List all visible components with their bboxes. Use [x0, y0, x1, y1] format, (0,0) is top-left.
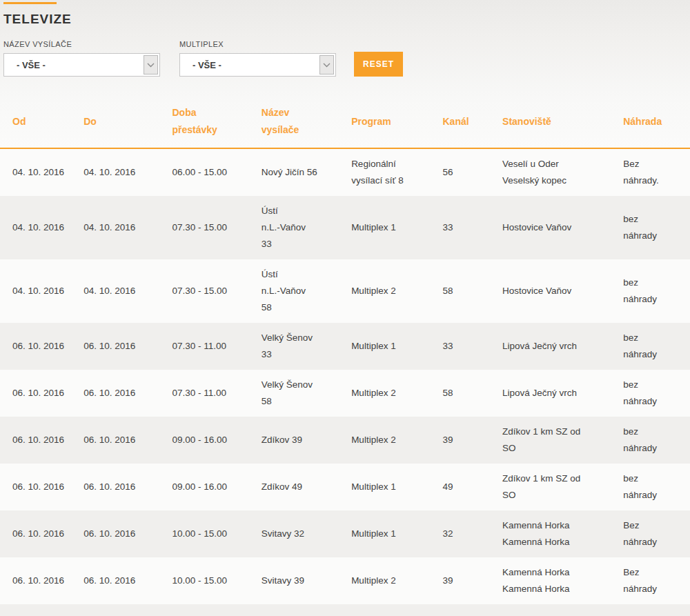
cell-do: 06. 10. 2016: [83, 604, 172, 616]
column-header-stanoviste: Stanoviště: [502, 97, 623, 148]
cell-nazev-vysilace: Svitavy 32: [262, 510, 351, 557]
column-header-nahrada: Náhrada: [623, 97, 690, 148]
cell-program: Multiplex 1: [351, 464, 442, 510]
column-header-program: Program: [351, 97, 442, 148]
cell-do: 06. 10. 2016: [83, 323, 172, 370]
cell-nazev-vysilace: Svitavy 60: [262, 604, 351, 616]
cell-do: 06. 10. 2016: [83, 370, 172, 417]
cell-stanoviste: Zdíkov 1 km SZ od SO: [502, 464, 623, 510]
cell-od: 06. 10. 2016: [0, 464, 83, 510]
cell-od: 04. 10. 2016: [0, 148, 83, 196]
cell-nahrada: Bez náhrady: [623, 557, 690, 604]
cell-doba-prestavky: 09.00 - 16.00: [172, 464, 261, 510]
cell-stanoviste: Zdíkov 1 km SZ od SO: [502, 417, 623, 464]
cell-program: Multiplex 1: [351, 323, 442, 370]
table-row: 06. 10. 201606. 10. 201609.00 - 16.00Zdí…: [0, 464, 690, 510]
cell-kanal: 56: [443, 148, 503, 196]
cell-doba-prestavky: 07.30 - 11.00: [172, 323, 261, 370]
table-body: 04. 10. 201604. 10. 201606.00 - 15.00Nov…: [0, 148, 690, 616]
chevron-down-icon[interactable]: [144, 55, 158, 74]
cell-do: 04. 10. 2016: [83, 148, 172, 196]
filter-transmitter: NÁZEV VYSÍLAČE - VŠE -: [3, 40, 160, 77]
table-row: 06. 10. 201606. 10. 201610.00 - 15.00Svi…: [0, 557, 690, 604]
cell-od: 06. 10. 2016: [0, 417, 83, 464]
cell-program: Regionální vysílací síť 8: [351, 148, 442, 196]
table-row: 04. 10. 201604. 10. 201606.00 - 15.00Nov…: [0, 148, 690, 196]
cell-program: Multiplex 2: [351, 417, 442, 464]
table-header-row: OdDoDoba přestávkyNázev vysílačeProgramK…: [0, 97, 690, 148]
cell-od: 06. 10. 2016: [0, 323, 83, 370]
cell-nazev-vysilace: Velký Šenov 58: [262, 370, 351, 417]
cell-nazev-vysilace: Ústí n.L.-Vaňov 33: [262, 196, 351, 259]
cell-od: 04. 10. 2016: [0, 196, 83, 259]
cell-stanoviste: Lipová Ječný vrch: [502, 323, 623, 370]
cell-program: Multiplex 2: [351, 259, 442, 323]
cell-nazev-vysilace: Velký Šenov 33: [262, 323, 351, 370]
table-row: 06. 10. 201606. 10. 201607.30 - 11.00Vel…: [0, 323, 690, 370]
cell-nahrada: Bez náhrady.: [623, 148, 690, 196]
transmitter-filter-label: NÁZEV VYSÍLAČE: [3, 40, 160, 48]
cell-kanal: 58: [443, 259, 503, 323]
cell-nahrada: bez náhrady: [623, 259, 690, 323]
cell-od: 06. 10. 2016: [0, 510, 83, 557]
multiplex-select[interactable]: - VŠE -: [179, 53, 336, 77]
cell-do: 06. 10. 2016: [83, 510, 172, 557]
transmitter-select-value: - VŠE -: [4, 60, 144, 70]
cell-doba-prestavky: 10.00 - 15.00: [172, 604, 261, 616]
cell-od: 06. 10. 2016: [0, 604, 83, 616]
column-header-do: Do: [83, 97, 172, 148]
cell-nazev-vysilace: Svitavy 39: [262, 557, 351, 604]
cell-stanoviste: Lipová Ječný vrch: [502, 370, 623, 417]
chevron-down-icon[interactable]: [319, 55, 334, 74]
cell-doba-prestavky: 07.30 - 11.00: [172, 370, 261, 417]
reset-button[interactable]: RESET: [354, 52, 403, 77]
cell-nahrada: bez náhrady: [623, 323, 690, 370]
transmitter-select[interactable]: - VŠE -: [3, 53, 160, 77]
cell-doba-prestavky: 10.00 - 15.00: [172, 510, 261, 557]
cell-program: Multiplex 3: [351, 604, 442, 616]
page: TELEVIZE NÁZEV VYSÍLAČE - VŠE - MULTIPLE…: [0, 2, 690, 616]
cell-do: 04. 10. 2016: [83, 196, 172, 259]
cell-program: Multiplex 2: [351, 370, 442, 417]
cell-nazev-vysilace: Zdíkov 49: [262, 464, 351, 510]
cell-kanal: 49: [443, 464, 503, 510]
filter-bar: NÁZEV VYSÍLAČE - VŠE - MULTIPLEX - VŠE -: [3, 40, 690, 77]
cell-nahrada: Bez náhrady: [623, 510, 690, 557]
cell-od: 04. 10. 2016: [0, 259, 83, 323]
cell-do: 06. 10. 2016: [83, 464, 172, 510]
cell-kanal: 60: [443, 604, 503, 616]
cell-doba-prestavky: 10.00 - 15.00: [172, 557, 261, 604]
table-row: 04. 10. 201604. 10. 201607.30 - 15.00Úst…: [0, 259, 690, 323]
cell-do: 04. 10. 2016: [83, 259, 172, 323]
cell-stanoviste: Hostovice Vaňov: [502, 196, 623, 259]
cell-program: Multiplex 2: [351, 557, 442, 604]
cell-stanoviste: Hostovice Vaňov: [502, 259, 623, 323]
cell-nahrada: bez náhrady: [623, 464, 690, 510]
accent-top-line: [3, 2, 57, 4]
multiplex-select-value: - VŠE -: [180, 60, 319, 70]
cell-nahrada: bez náhrady: [623, 370, 690, 417]
cell-stanoviste: Kamenná Horka Kamenná Horka: [502, 557, 623, 604]
cell-kanal: 39: [443, 557, 503, 604]
cell-doba-prestavky: 06.00 - 15.00: [172, 148, 261, 196]
cell-kanal: 33: [443, 196, 503, 259]
multiplex-filter-label: MULTIPLEX: [179, 40, 336, 48]
table-row: 06. 10. 201606. 10. 201607.30 - 11.00Vel…: [0, 370, 690, 417]
cell-nahrada: bez náhrady: [623, 417, 690, 464]
table-row: 06. 10. 201606. 10. 201610.00 - 15.00Svi…: [0, 510, 690, 557]
cell-kanal: 33: [443, 323, 503, 370]
cell-do: 06. 10. 2016: [83, 417, 172, 464]
cell-od: 06. 10. 2016: [0, 557, 83, 604]
page-title: TELEVIZE: [3, 12, 690, 27]
cell-stanoviste: Veselí u Oder Veselský kopec: [502, 148, 623, 196]
cell-nazev-vysilace: Ústí n.L.-Vaňov 58: [262, 259, 351, 323]
table-row: 06. 10. 201606. 10. 201609.00 - 16.00Zdí…: [0, 417, 690, 464]
filter-multiplex: MULTIPLEX - VŠE -: [179, 40, 336, 77]
column-header-doba-prestavky: Doba přestávky: [172, 97, 261, 148]
cell-program: Multiplex 1: [351, 510, 442, 557]
table-row: 06. 10. 201606. 10. 201610.00 - 15.00Svi…: [0, 604, 690, 616]
cell-do: 06. 10. 2016: [83, 557, 172, 604]
column-header-nazev-vysilace: Název vysílače: [262, 97, 351, 148]
cell-kanal: 58: [443, 370, 503, 417]
column-header-kanal: Kanál: [443, 97, 503, 148]
